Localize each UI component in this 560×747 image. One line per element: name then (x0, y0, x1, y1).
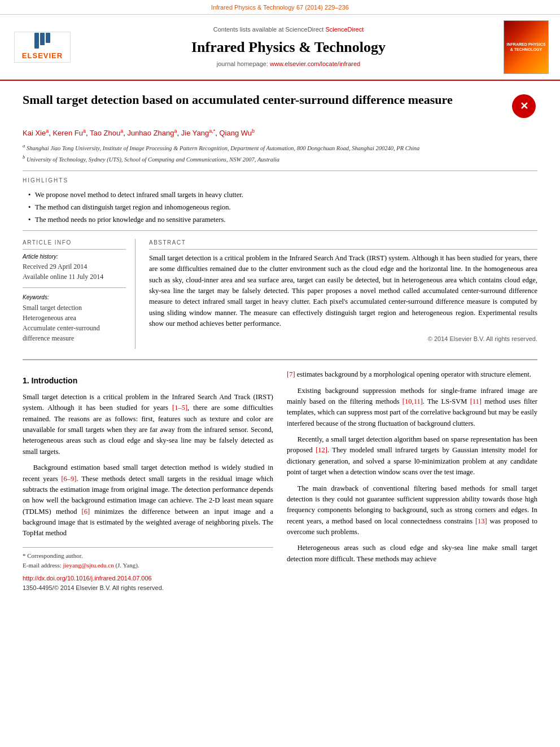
ref-11[interactable]: [11] (470, 397, 482, 405)
doi-link[interactable]: http://dx.doi.org/10.1016/j.infrared.201… (23, 575, 152, 582)
intro-para-1: Small target detection is a critical pro… (23, 392, 273, 457)
elsevier-wordmark: ELSEVIER (22, 51, 63, 62)
highlights-label: HIGHLIGHTS (23, 177, 537, 185)
body-left-col: 1. Introduction Small target detection i… (23, 369, 273, 593)
info-separator (23, 287, 126, 288)
copyright-line: © 2014 Elsevier B.V. All rights reserved… (149, 335, 537, 344)
right-para-2: Existing background suppression methods … (287, 386, 537, 430)
email-link[interactable]: jieyang@sjtu.edu.cn (63, 562, 113, 569)
affiliations: a Shanghai Jiao Tong University, Institu… (23, 142, 537, 164)
journal-citation-text: Infrared Physics & Technology 67 (2014) … (211, 4, 349, 11)
svg-text:✕: ✕ (520, 101, 528, 112)
intro-heading: 1. Introduction (23, 375, 273, 387)
right-para-4: The main drawback of conventional filter… (287, 483, 537, 538)
journal-homepage: journal homepage: www.elsevier.com/locat… (79, 60, 498, 69)
ref-6[interactable]: [6] (82, 508, 90, 516)
journal-citation-bar: Infrared Physics & Technology 67 (2014) … (0, 0, 560, 15)
journal-cover-image: INFRARED PHYSICS & TECHNOLOGY (504, 20, 549, 74)
keywords-list: Small target detection Heterogeneous are… (23, 303, 126, 344)
available-date: Available online 11 July 2014 (23, 272, 126, 282)
author-qiang-wu[interactable]: Qiang Wu (219, 129, 252, 137)
ref-13[interactable]: [13] (475, 517, 487, 525)
author-kai-xie[interactable]: Kai Xie (23, 129, 46, 137)
author-tao-zhou[interactable]: Tao Zhou (90, 129, 120, 137)
ref-7[interactable]: [7] (287, 370, 295, 378)
history-label: Article history: (23, 253, 126, 261)
cover-title-text: INFRARED PHYSICS & TECHNOLOGY (507, 42, 546, 52)
ref-1-5[interactable]: [1–5] (172, 404, 187, 412)
highlight-item-1: We propose novel method to detect infrar… (28, 190, 537, 200)
journal-title: Infrared Physics & Technology (79, 37, 498, 58)
article-info-heading: ARTICLE INFO (23, 239, 126, 250)
abstract-text: Small target detection is a critical pro… (149, 253, 537, 330)
elsevier-header: ELSEVIER Contents lists available at Sci… (0, 15, 560, 81)
right-para-1: [7] estimates background by a morphologi… (287, 369, 537, 380)
separator-highlights (23, 171, 537, 171)
corresponding-author-note: * Corresponding author. (23, 551, 273, 561)
highlight-item-2: The method can distinguish target region… (28, 202, 537, 212)
elsevier-bars-graphic (34, 33, 50, 49)
main-content: Small target detection based on accumula… (0, 81, 560, 610)
highlight-item-3: The method needs no prior knowledge and … (28, 215, 537, 225)
keyword-1: Small target detection (23, 303, 126, 313)
article-abstract-row: ARTICLE INFO Article history: Received 2… (23, 239, 537, 349)
elsevier-logo-block: ELSEVIER (11, 32, 73, 63)
author-keren-fu[interactable]: Keren Fu (53, 129, 82, 137)
author-junhao-zhang[interactable]: Junhao Zhang (127, 129, 174, 137)
footer-links: http://dx.doi.org/10.1016/j.infrared.201… (23, 574, 273, 593)
affiliation-b: b University of Technology, Sydney (UTS)… (23, 154, 537, 164)
keywords-label: Keywords: (23, 294, 126, 302)
email-line: E-mail address: jieyang@sjtu.edu.cn (J. … (23, 561, 273, 570)
article-info-column: ARTICLE INFO Article history: Received 2… (23, 239, 135, 349)
intro-para-2: Background estimation based small target… (23, 462, 273, 539)
body-two-col: 1. Introduction Small target detection i… (23, 369, 537, 593)
author-jie-yang[interactable]: Jie Yang (181, 129, 209, 137)
ref-6-9[interactable]: [6–9] (61, 475, 76, 483)
paper-title: Small target detection based on accumula… (23, 92, 506, 108)
separator-article-info (23, 230, 537, 231)
authors-line: Kai Xiea, Keren Fua, Tao Zhoua, Junhao Z… (23, 128, 537, 139)
journal-homepage-link[interactable]: www.elsevier.com/locate/infrared (270, 60, 360, 67)
received-date: Received 29 April 2014 (23, 262, 126, 272)
right-para-3: Recently, a small target detection algor… (287, 434, 537, 478)
ref-12[interactable]: [12] (316, 446, 327, 454)
body-right-col: [7] estimates background by a morphologi… (287, 369, 537, 593)
keyword-3: Accumulate center-surround difference me… (23, 324, 126, 343)
ref-10-11[interactable]: [10,11] (403, 397, 423, 405)
sciencedirect-link[interactable]: Contents lists available at ScienceDirec… (79, 25, 498, 34)
right-para-5: Heterogeneous areas such as cloud edge a… (287, 543, 537, 565)
keywords-group: Keywords: Small target detection Heterog… (23, 294, 126, 343)
crossmark-badge[interactable]: ✕ (512, 94, 537, 120)
footnote-section: * Corresponding author. E-mail address: … (23, 547, 273, 593)
issn-line: 1350-4495/© 2014 Elsevier B.V. All right… (23, 584, 164, 591)
keyword-2: Heterogeneous area (23, 313, 126, 323)
abstract-column: ABSTRACT Small target detection is a cri… (149, 239, 537, 349)
affiliation-a: a Shanghai Jiao Tong University, Institu… (23, 142, 537, 152)
sciencedirect-anchor[interactable]: ScienceDirect (325, 26, 364, 33)
body-divider (23, 359, 537, 360)
abstract-heading: ABSTRACT (149, 239, 537, 250)
paper-title-section: Small target detection based on accumula… (23, 92, 537, 120)
elsevier-logo-image: ELSEVIER (14, 32, 71, 63)
article-history-group: Article history: Received 29 April 2014 … (23, 253, 126, 282)
highlights-list: We propose novel method to detect infrar… (28, 190, 537, 225)
header-center: Contents lists available at ScienceDirec… (79, 25, 498, 69)
